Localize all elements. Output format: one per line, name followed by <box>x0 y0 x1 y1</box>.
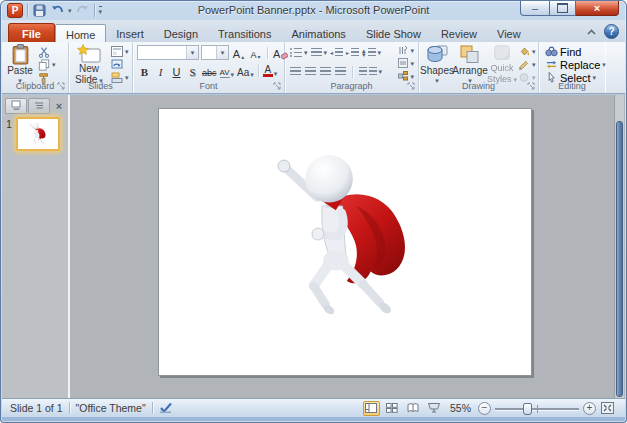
zoom-out-button[interactable]: − <box>478 402 491 415</box>
tab-transitions[interactable]: Transitions <box>208 23 281 42</box>
font-size-combo[interactable] <box>201 45 229 60</box>
dropdown-arrow-icon <box>410 60 414 67</box>
group-slides: New Slide <box>69 42 133 93</box>
close-button[interactable]: × <box>576 1 619 16</box>
grow-font-button[interactable]: A▴ <box>231 46 246 60</box>
underline-button[interactable]: U <box>169 64 184 78</box>
dropdown-arrow-icon <box>231 71 235 78</box>
drawing-dialog-launcher[interactable] <box>527 82 536 91</box>
shrink-font-button[interactable]: A▾ <box>248 46 263 60</box>
tab-animations[interactable]: Animations <box>281 23 355 42</box>
help-button[interactable]: ? <box>604 24 619 39</box>
character-spacing-button[interactable]: AV <box>219 64 236 78</box>
shape-outline-button[interactable] <box>518 58 536 71</box>
find-label: Find <box>560 46 581 58</box>
new-slide-button[interactable]: New Slide <box>71 44 107 85</box>
text-shadow-button[interactable]: S <box>185 64 200 78</box>
divider <box>258 65 259 77</box>
group-label-font: Font <box>133 81 284 93</box>
align-left-button[interactable] <box>290 67 301 76</box>
close-pane-button[interactable]: × <box>52 100 66 112</box>
italic-button[interactable]: I <box>153 64 168 78</box>
paragraph-dialog-launcher[interactable] <box>407 82 416 91</box>
scrollbar-thumb[interactable] <box>616 121 623 397</box>
reset-button[interactable] <box>111 58 129 71</box>
maximize-button[interactable] <box>549 1 576 16</box>
window-title: PowerPoint Banner.pptx - Microsoft Power… <box>102 4 525 16</box>
arrange-label: Arrange <box>452 66 488 76</box>
fit-slide-to-window-button[interactable] <box>600 401 615 415</box>
dropdown-arrow-icon <box>52 61 56 68</box>
dropdown-arrow-icon <box>410 73 414 80</box>
align-right-button[interactable] <box>320 67 331 76</box>
slide[interactable] <box>158 108 532 376</box>
divider <box>94 4 95 17</box>
arrange-button[interactable]: Arrange <box>453 44 487 84</box>
align-text-button[interactable] <box>398 57 414 69</box>
maximize-icon <box>557 3 568 13</box>
status-bar: Slide 1 of 1 "Office Theme" <box>2 398 625 417</box>
slide-thumbnail[interactable] <box>16 117 60 151</box>
columns-button[interactable] <box>359 65 382 78</box>
tab-home[interactable]: Home <box>55 24 106 43</box>
change-case-button[interactable]: Aa <box>236 64 255 78</box>
layout-icon <box>111 46 123 57</box>
dropdown-arrow-icon <box>125 48 129 55</box>
bold-button[interactable]: B <box>137 64 152 78</box>
slides-tab[interactable] <box>5 98 27 114</box>
collapse-ribbon-icon[interactable] <box>586 28 597 36</box>
zoom-slider-thumb[interactable] <box>523 403 532 415</box>
tab-design[interactable]: Design <box>154 23 208 42</box>
numbering-button[interactable] <box>311 46 328 59</box>
spellcheck-icon[interactable] <box>159 402 173 414</box>
align-center-button[interactable] <box>305 67 316 76</box>
reading-view-button[interactable] <box>405 401 422 416</box>
minimize-button[interactable]: – <box>520 1 549 16</box>
decrease-indent-button[interactable]: ◂ <box>330 46 343 59</box>
quick-styles-button[interactable]: Quick Styles <box>487 44 517 84</box>
find-button[interactable]: Find <box>545 45 606 58</box>
font-name-combo[interactable] <box>137 45 199 60</box>
slide-show-button[interactable] <box>426 401 443 416</box>
replace-button[interactable]: Replace <box>545 58 606 71</box>
zoom-slider[interactable] <box>495 402 579 415</box>
copy-button[interactable] <box>38 58 56 71</box>
copy-icon <box>38 59 50 71</box>
powerpoint-icon[interactable]: P <box>7 3 23 18</box>
save-button[interactable] <box>32 4 46 18</box>
bullets-button[interactable] <box>290 46 308 59</box>
tab-insert[interactable]: Insert <box>106 23 154 42</box>
tab-review[interactable]: Review <box>431 23 487 42</box>
increase-indent-icon <box>351 48 359 57</box>
ribbon: Paste <box>2 42 625 94</box>
redo-button[interactable] <box>76 4 90 18</box>
strikethrough-button[interactable]: abc <box>201 64 218 78</box>
text-direction-button[interactable] <box>398 44 414 56</box>
paste-button[interactable]: Paste <box>5 44 35 84</box>
font-dialog-launcher[interactable] <box>273 82 282 91</box>
justify-button[interactable] <box>335 67 346 76</box>
tab-file[interactable]: File <box>8 23 55 42</box>
line-spacing-button[interactable]: ▴▾ <box>362 46 381 59</box>
normal-view-button[interactable] <box>363 401 380 416</box>
zoom-in-button[interactable]: + <box>583 402 596 415</box>
tab-view[interactable]: View <box>487 23 531 42</box>
shape-fill-button[interactable] <box>518 45 536 58</box>
vertical-scrollbar[interactable] <box>614 95 624 399</box>
font-color-button[interactable]: A <box>262 64 279 78</box>
reset-icon <box>111 59 123 70</box>
slide-sorter-button[interactable] <box>384 401 401 416</box>
replace-label: Replace <box>560 59 600 71</box>
tab-slide-show[interactable]: Slide Show <box>356 23 431 42</box>
layout-button[interactable] <box>111 45 129 58</box>
theme-name[interactable]: "Office Theme" <box>76 402 146 414</box>
clipboard-dialog-launcher[interactable] <box>57 82 66 91</box>
outline-tab[interactable] <box>28 98 50 114</box>
increase-indent-button[interactable]: ▸ <box>346 46 359 59</box>
undo-dropdown-arrow-icon[interactable] <box>68 7 72 14</box>
shapes-button[interactable]: Shapes <box>421 44 453 84</box>
slide-counter: Slide 1 of 1 <box>10 402 63 414</box>
zoom-level[interactable]: 55% <box>450 402 471 414</box>
cut-button[interactable] <box>38 45 56 58</box>
undo-button[interactable] <box>50 4 64 18</box>
